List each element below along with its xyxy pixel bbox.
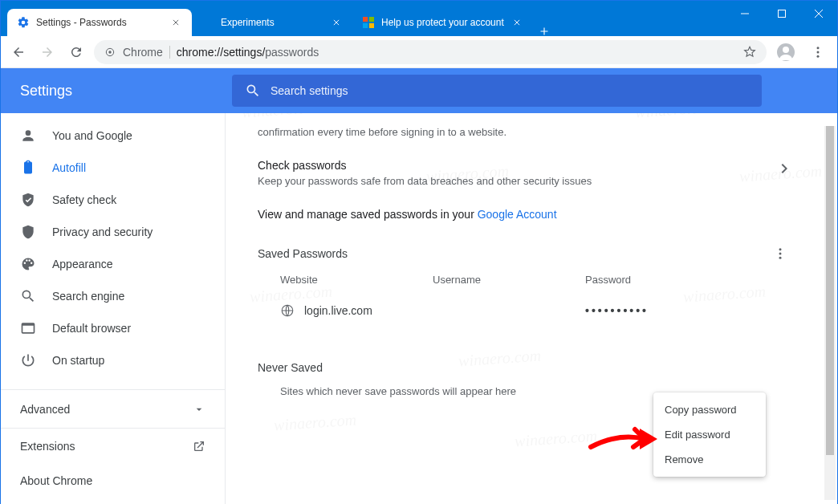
svg-point-12 <box>779 248 782 250</box>
password-row[interactable]: login.live.com •••••••••• <box>258 295 787 326</box>
open-in-new-icon <box>193 440 205 453</box>
settings-header: Settings <box>1 68 837 113</box>
address-bar[interactable]: Chrome chrome://settings/passwords <box>94 40 767 64</box>
svg-rect-3 <box>369 23 374 28</box>
origin-label: Chrome <box>123 46 163 59</box>
reload-button[interactable] <box>65 41 87 63</box>
site-info-icon[interactable] <box>104 46 116 59</box>
search-icon <box>245 83 261 99</box>
fingerprint-subtext: confirmation every time before signing i… <box>258 126 787 138</box>
sidebar-item-autofill[interactable]: Autofill <box>1 152 225 184</box>
search-icon <box>20 288 36 304</box>
svg-rect-2 <box>363 23 368 28</box>
saved-passwords-more-button[interactable] <box>773 246 787 261</box>
settings-sidebar: You and Google Autofill Safety check Pri… <box>1 68 226 504</box>
profile-button[interactable] <box>773 39 799 65</box>
never-saved-title: Never Saved <box>258 361 787 374</box>
col-password: Password <box>585 274 787 286</box>
col-username: Username <box>433 274 585 286</box>
close-icon[interactable] <box>169 16 182 29</box>
sidebar-item-you-and-google[interactable]: You and Google <box>1 120 225 152</box>
shield-check-icon <box>20 192 36 208</box>
chevron-right-icon <box>781 164 787 173</box>
browser-tab-active[interactable]: Settings - Passwords <box>7 9 192 36</box>
sidebar-item-search-engine[interactable]: Search engine <box>1 280 225 312</box>
svg-rect-0 <box>363 17 368 22</box>
password-context-menu: Copy password Edit password Remove <box>653 392 766 477</box>
chrome-menu-button[interactable] <box>805 39 831 65</box>
gear-icon <box>17 16 30 29</box>
password-row-site: login.live.com <box>304 304 433 317</box>
svg-point-14 <box>779 257 782 259</box>
tab-title: Experiments <box>221 17 323 28</box>
sidebar-item-label: Search engine <box>52 290 124 303</box>
sidebar-item-label: Default browser <box>52 322 131 335</box>
tab-favicon <box>362 16 375 29</box>
svg-point-10 <box>817 51 820 53</box>
clipboard-icon <box>20 160 36 176</box>
back-button[interactable] <box>7 41 30 63</box>
menu-remove[interactable]: Remove <box>653 447 766 472</box>
menu-copy-password[interactable]: Copy password <box>653 397 766 422</box>
browser-icon <box>20 320 36 336</box>
settings-search[interactable] <box>232 75 762 107</box>
sidebar-about-chrome[interactable]: About Chrome <box>1 463 225 498</box>
sidebar-advanced-toggle[interactable]: Advanced <box>1 389 225 428</box>
sidebar-item-appearance[interactable]: Appearance <box>1 248 225 280</box>
scrollbar-thumb[interactable] <box>826 126 834 455</box>
scrollbar[interactable] <box>824 126 836 500</box>
tab-favicon <box>201 16 214 29</box>
palette-icon <box>20 256 36 272</box>
bookmark-star-icon[interactable] <box>742 45 757 59</box>
svg-point-11 <box>817 55 820 57</box>
settings-brand[interactable]: Settings <box>1 83 226 100</box>
sidebar-item-safety-check[interactable]: Safety check <box>1 184 225 216</box>
sidebar-item-privacy[interactable]: Privacy and security <box>1 216 225 248</box>
window-maximize-button[interactable] <box>763 1 800 26</box>
manage-passwords-text: View and manage saved passwords in your … <box>258 198 787 243</box>
check-passwords-sub: Keep your passwords safe from data breac… <box>258 175 781 187</box>
browser-tab[interactable]: Help us protect your account <box>352 9 533 36</box>
forward-button[interactable] <box>36 41 59 63</box>
sidebar-item-label: Autofill <box>52 161 86 174</box>
shield-icon <box>20 224 36 240</box>
window-close-button[interactable] <box>800 1 837 26</box>
close-icon[interactable] <box>511 16 523 29</box>
annotation-arrow <box>587 423 663 455</box>
sidebar-item-label: Privacy and security <box>52 226 153 238</box>
person-icon <box>20 128 36 144</box>
password-row-mask: •••••••••• <box>585 304 649 317</box>
sidebar-item-default-browser[interactable]: Default browser <box>1 312 225 344</box>
advanced-label: Advanced <box>20 403 70 416</box>
toolbar: Chrome chrome://settings/passwords <box>1 36 837 68</box>
svg-rect-4 <box>779 10 786 18</box>
col-website: Website <box>280 274 433 286</box>
extensions-label: Extensions <box>20 440 75 453</box>
svg-point-8 <box>783 47 789 53</box>
power-icon <box>20 352 36 368</box>
sidebar-item-label: Appearance <box>52 258 113 270</box>
close-icon[interactable] <box>330 16 343 29</box>
sidebar-extensions[interactable]: Extensions <box>1 428 225 463</box>
svg-point-13 <box>779 253 782 255</box>
window-titlebar: Settings - Passwords Experiments Help us… <box>1 1 837 36</box>
browser-tab[interactable]: Experiments <box>192 9 352 36</box>
tab-title: Settings - Passwords <box>36 17 163 28</box>
menu-edit-password[interactable]: Edit password <box>653 422 766 447</box>
separator <box>169 46 170 59</box>
svg-rect-1 <box>369 17 374 22</box>
settings-search-input[interactable] <box>271 84 749 97</box>
sidebar-item-label: You and Google <box>52 129 132 142</box>
sidebar-item-label: On startup <box>52 354 104 367</box>
sidebar-item-label: Safety check <box>52 193 116 206</box>
about-label: About Chrome <box>20 474 92 487</box>
check-passwords-row[interactable]: Check passwords Keep your passwords safe… <box>258 148 787 198</box>
saved-passwords-title: Saved Passwords <box>258 247 348 260</box>
new-tab-button[interactable] <box>533 26 555 36</box>
tab-title: Help us protect your account <box>381 17 504 28</box>
sidebar-item-on-startup[interactable]: On startup <box>1 344 225 376</box>
chevron-down-icon <box>193 403 205 416</box>
svg-point-9 <box>817 47 820 49</box>
google-account-link[interactable]: Google Account <box>478 208 557 221</box>
window-minimize-button[interactable] <box>726 1 763 26</box>
